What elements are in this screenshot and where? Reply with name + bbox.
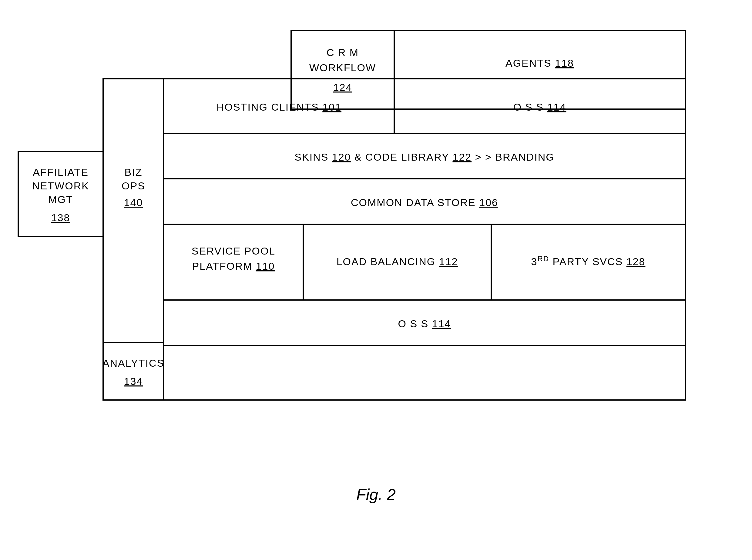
crm-label1: C R M [327, 47, 359, 58]
service-pool-label2: PLATFORM 110 [192, 260, 275, 272]
svg-rect-1 [103, 79, 164, 342]
affiliate-label1: AFFILIATE [33, 166, 89, 178]
crm-label2: WORKFLOW [309, 62, 376, 73]
biz-ops-ref: 140 [124, 197, 143, 208]
common-data-label: COMMON DATA STORE 106 [351, 197, 498, 208]
affiliate-label2: NETWORK [32, 180, 89, 192]
biz-ops-label: BIZ [124, 166, 142, 178]
analytics-ref: 134 [124, 376, 143, 387]
oss-top-label: O S S 114 [513, 101, 566, 113]
crm-ref: 124 [333, 81, 352, 93]
fig-label: Fig. 2 [356, 486, 396, 503]
agents-label: AGENTS 118 [505, 57, 574, 69]
third-party-label: 3RD PARTY SVCS 128 [531, 255, 645, 267]
affiliate-label3: MGT [48, 194, 73, 205]
svg-rect-13 [103, 342, 164, 400]
affiliate-ref: 138 [51, 212, 70, 223]
skins-label: SKINS 120 & CODE LIBRARY 122 > > BRANDIN… [294, 151, 554, 163]
load-balancing-label: LOAD BALANCING 112 [336, 256, 458, 267]
hosting-clients-label: HOSTING CLIENTS 101 [216, 101, 342, 113]
svg-rect-4 [394, 30, 685, 109]
oss-bottom-label: O S S 114 [398, 318, 451, 329]
biz-ops-label2: OPS [121, 180, 145, 192]
analytics-label: ANALYTICS [102, 357, 165, 369]
service-pool-label1: SERVICE POOL [192, 245, 276, 257]
